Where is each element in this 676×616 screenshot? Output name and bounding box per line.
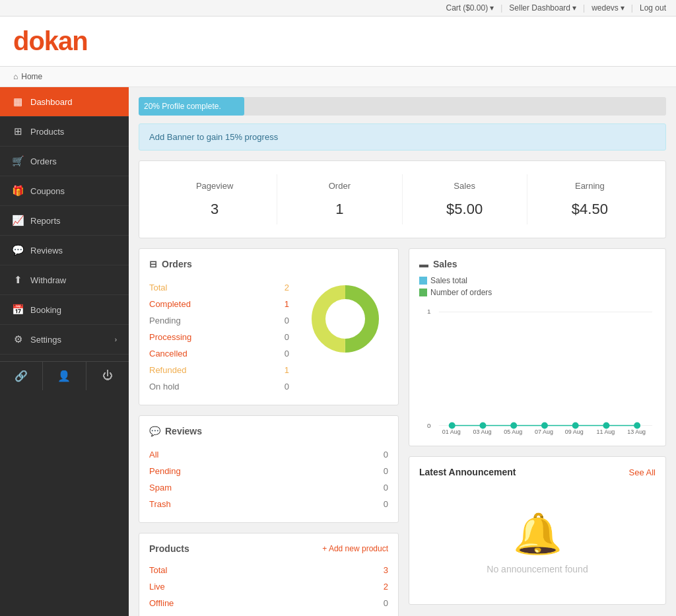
sidebar-item-orders[interactable]: 🛒 Orders bbox=[0, 147, 129, 176]
logo-rest: okan bbox=[28, 26, 87, 55]
add-product-button[interactable]: + Add new product bbox=[322, 544, 388, 553]
donut-chart-area bbox=[302, 279, 388, 359]
sidebar-label-coupons: Coupons bbox=[30, 186, 65, 196]
reports-icon: 📈 bbox=[12, 215, 24, 226]
order-item-processing: Processing 0 bbox=[149, 329, 289, 345]
user-icon: 👤 bbox=[57, 370, 71, 382]
sidebar-item-booking[interactable]: 📅 Booking bbox=[0, 295, 129, 325]
orders-card-title: ⊟ Orders bbox=[149, 259, 388, 269]
order-label-onhold[interactable]: On hold bbox=[149, 382, 180, 392]
sidebar-item-products[interactable]: ⊞ Products bbox=[0, 117, 129, 147]
user-arrow: ▾ bbox=[621, 3, 625, 13]
sidebar-item-dashboard[interactable]: ▦ Dashboard bbox=[0, 87, 129, 117]
svg-text:05 Aug: 05 Aug bbox=[504, 428, 522, 435]
two-column-layout: ⊟ Orders Total 2 Completed bbox=[139, 248, 666, 616]
review-item-trash: Trash 0 bbox=[149, 496, 388, 512]
stats-pageview: Pageview 3 bbox=[152, 174, 277, 224]
sidebar-item-reports[interactable]: 📈 Reports bbox=[0, 206, 129, 236]
order-item-total: Total 2 bbox=[149, 279, 289, 296]
settings-arrow-icon: › bbox=[115, 336, 117, 343]
user-menu[interactable]: wedevs ▾ bbox=[592, 3, 625, 13]
svg-text:1: 1 bbox=[427, 308, 431, 315]
profile-progress-bar: 20% Profile complete. bbox=[139, 97, 666, 116]
orders-icon: 🛒 bbox=[12, 155, 24, 167]
sidebar-item-reviews[interactable]: 💬 Reviews bbox=[0, 236, 129, 265]
logout-button[interactable]: Log out bbox=[640, 3, 666, 13]
separator1: | bbox=[500, 3, 502, 13]
sidebar-item-settings[interactable]: ⚙ Settings › bbox=[0, 325, 129, 355]
reviews-card-title: 💬 Reviews bbox=[149, 426, 388, 436]
content-area: 20% Profile complete. Add Banner to gain… bbox=[129, 87, 676, 616]
orders-content: Total 2 Completed 1 Pending 0 bbox=[149, 279, 388, 395]
svg-text:13 Aug: 13 Aug bbox=[627, 428, 646, 435]
review-label-all[interactable]: All bbox=[149, 450, 158, 460]
order-count-onhold: 0 bbox=[285, 382, 289, 392]
logo: dokan bbox=[13, 26, 663, 56]
seller-dashboard-menu[interactable]: Seller Dashboard ▾ bbox=[509, 3, 576, 13]
reviews-icon: 💬 bbox=[12, 244, 24, 256]
sidebar-item-withdraw[interactable]: ⬆ Withdraw bbox=[0, 265, 129, 295]
product-label-live[interactable]: Live bbox=[149, 582, 165, 592]
product-item-total: Total 3 bbox=[149, 562, 388, 578]
seller-dashboard-label: Seller Dashboard bbox=[509, 3, 570, 13]
profile-progress-fill: 20% Profile complete. bbox=[139, 97, 244, 116]
earning-value: $4.50 bbox=[534, 201, 646, 218]
sales-chart-area: 1 0 bbox=[419, 304, 656, 436]
product-label-offline[interactable]: Offline bbox=[149, 598, 174, 608]
reviews-title-icon: 💬 bbox=[149, 426, 160, 436]
user-profile-button[interactable]: 👤 bbox=[43, 362, 86, 390]
header: dokan bbox=[0, 17, 676, 67]
stats-earning: Earning $4.50 bbox=[527, 174, 652, 224]
order-item-refunded: Refunded 1 bbox=[149, 362, 289, 378]
order-label-total[interactable]: Total bbox=[149, 283, 167, 292]
cart-label: Cart bbox=[446, 3, 461, 13]
orders-title-text: Orders bbox=[162, 259, 192, 269]
orders-list: Total 2 Completed 1 Pending 0 bbox=[149, 279, 289, 395]
svg-point-2 bbox=[325, 299, 365, 339]
home-icon: ⌂ bbox=[13, 72, 18, 81]
banner-notice: Add Banner to gain 15% progress bbox=[139, 123, 666, 151]
product-item-pending-review: Pending Review 1 bbox=[149, 611, 388, 616]
stats-card: Pageview 3 Order 1 Sales $5.00 Earning $… bbox=[139, 160, 666, 238]
order-label-pending[interactable]: Pending bbox=[149, 316, 181, 325]
separator2: | bbox=[583, 3, 585, 13]
no-announcement-area: 🔔 No announcement found bbox=[419, 491, 656, 594]
legend-sales-total-label: Sales total bbox=[430, 276, 467, 285]
order-label-processing[interactable]: Processing bbox=[149, 332, 191, 342]
review-count-trash: 0 bbox=[384, 499, 388, 509]
review-item-spam: Spam 0 bbox=[149, 479, 388, 496]
order-label-completed[interactable]: Completed bbox=[149, 299, 191, 309]
sidebar-label-products: Products bbox=[30, 127, 64, 137]
cart-menu[interactable]: Cart ($0.00) ▾ bbox=[446, 3, 494, 13]
breadcrumb-text: Home bbox=[21, 72, 42, 81]
sidebar-item-coupons[interactable]: 🎁 Coupons bbox=[0, 176, 129, 206]
legend-num-orders: Number of orders bbox=[419, 288, 656, 297]
sidebar: ▦ Dashboard ⊞ Products 🛒 Orders 🎁 Coupon… bbox=[0, 87, 129, 616]
order-label-refunded[interactable]: Refunded bbox=[149, 365, 186, 375]
order-label-cancelled[interactable]: Cancelled bbox=[149, 349, 187, 359]
sales-title-icon: ▬ bbox=[419, 259, 428, 269]
pageview-value: 3 bbox=[159, 201, 270, 218]
left-column: ⊟ Orders Total 2 Completed bbox=[139, 248, 399, 616]
legend-num-orders-box bbox=[419, 289, 427, 296]
earning-label: Earning bbox=[534, 181, 646, 191]
review-label-pending[interactable]: Pending bbox=[149, 466, 181, 476]
review-label-trash[interactable]: Trash bbox=[149, 499, 171, 509]
bell-icon: 🔔 bbox=[429, 510, 646, 557]
topbar: Cart ($0.00) ▾ | Seller Dashboard ▾ | we… bbox=[0, 0, 676, 17]
power-button[interactable]: ⏻ bbox=[86, 362, 129, 390]
donut-chart bbox=[306, 279, 385, 359]
svg-text:01 Aug: 01 Aug bbox=[442, 428, 461, 435]
external-link-button[interactable]: 🔗 bbox=[0, 362, 43, 390]
external-link-icon: 🔗 bbox=[15, 370, 28, 382]
order-count-completed: 1 bbox=[285, 299, 289, 309]
products-title: Products bbox=[149, 543, 189, 554]
order-item-completed: Completed 1 bbox=[149, 296, 289, 312]
product-label-total[interactable]: Total bbox=[149, 565, 167, 575]
review-label-spam[interactable]: Spam bbox=[149, 483, 172, 493]
review-count-pending: 0 bbox=[384, 466, 388, 476]
review-count-spam: 0 bbox=[384, 483, 388, 493]
stats-sales: Sales $5.00 bbox=[403, 174, 527, 224]
products-card-header: Products + Add new product bbox=[149, 543, 388, 554]
see-all-button[interactable]: See All bbox=[629, 467, 656, 477]
